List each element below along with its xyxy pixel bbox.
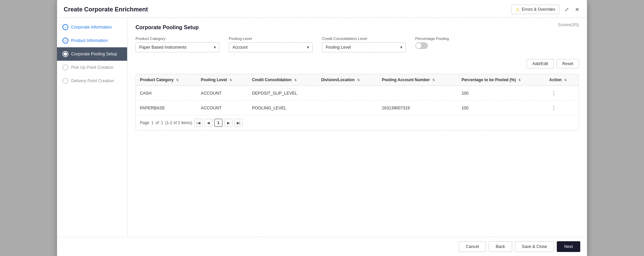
modal-footer: Cancel Back Save & Close Next bbox=[57, 237, 587, 256]
cell-product-category-0: CASH bbox=[136, 86, 197, 101]
sidebar-item-product-information[interactable]: ✓ Product Information bbox=[57, 34, 127, 47]
sort-icon-product-category[interactable]: ⇅ bbox=[176, 79, 179, 82]
sidebar-item-pick-up-point-creation[interactable]: Pick Up Point Creation bbox=[57, 61, 127, 74]
header-right: ⚠ Errors & Overrides ⤢ ✕ bbox=[511, 5, 580, 14]
modal: Create Corporate Enrichment ⚠ Errors & O… bbox=[57, 0, 587, 256]
cell-percentage-pooled-1: 100 bbox=[458, 101, 545, 115]
sidebar-label-delivery-point-creation: Delivery Point Creation bbox=[71, 79, 114, 83]
of-label: of bbox=[156, 120, 159, 125]
sidebar-label-product-information: Product Information bbox=[71, 38, 108, 43]
percentage-pooling-label: Percentage Pooling bbox=[415, 37, 449, 41]
cancel-button[interactable]: Cancel bbox=[459, 241, 486, 252]
col-header-division-location: Division/Location ⇅ bbox=[317, 74, 378, 86]
warning-icon: ⚠ bbox=[516, 7, 520, 12]
items-label: (1-2 of 2 items) bbox=[165, 120, 192, 125]
table-container: Product Category ⇅ Pooling Level ⇅ Credi… bbox=[136, 74, 579, 131]
credit-consolidation-select[interactable]: Pooling Level Account Level bbox=[322, 42, 406, 52]
sort-icon-action[interactable]: ⇅ bbox=[564, 79, 567, 82]
col-header-pooling-level: Pooling Level ⇅ bbox=[197, 74, 248, 86]
actions-row: Add/Edit Reset bbox=[136, 59, 579, 68]
toggle-thumb bbox=[416, 43, 421, 48]
product-category-field: Product Category Paper Based Instruments… bbox=[136, 37, 219, 52]
errors-overrides-button[interactable]: ⚠ Errors & Overrides bbox=[511, 5, 559, 14]
credit-consolidation-field: Credit Consolidation Level Pooling Level… bbox=[322, 37, 406, 52]
sort-icon-pooling-level[interactable]: ⇅ bbox=[229, 79, 232, 82]
sidebar-label-pick-up-point-creation: Pick Up Point Creation bbox=[71, 65, 113, 70]
table-row: CASH ACCOUNT DEPOSIT_SLIP_LEVEL 100 ⋮ bbox=[136, 86, 579, 101]
sort-icon-percentage-pooled[interactable]: ⇅ bbox=[518, 79, 521, 82]
modal-title: Create Corporate Enrichment bbox=[64, 6, 148, 13]
cell-percentage-pooled-0: 100 bbox=[458, 86, 545, 101]
current-page-box: 1 bbox=[214, 119, 222, 127]
pooling-level-label: Pooling Level bbox=[229, 37, 313, 41]
product-category-select-wrapper: Paper Based Instruments Cash ▼ bbox=[136, 42, 219, 52]
add-edit-button[interactable]: Add/Edit bbox=[527, 59, 554, 68]
current-page-value: 1 bbox=[151, 120, 154, 125]
next-page-button[interactable]: ▶ bbox=[224, 119, 232, 127]
table-body: CASH ACCOUNT DEPOSIT_SLIP_LEVEL 100 ⋮ PA… bbox=[136, 86, 579, 115]
step-icon-delivery bbox=[62, 78, 68, 84]
cell-division-location-1 bbox=[317, 101, 378, 115]
sort-icon-pooling-account-number[interactable]: ⇅ bbox=[432, 79, 435, 82]
modal-header: Create Corporate Enrichment ⚠ Errors & O… bbox=[57, 0, 587, 18]
main-content: Screen(3/5) Corporate Pooling Setup Prod… bbox=[127, 18, 587, 237]
form-row: Product Category Paper Based Instruments… bbox=[136, 37, 579, 52]
cell-action-0: ⋮ bbox=[545, 86, 579, 101]
action-menu-button-1[interactable]: ⋮ bbox=[549, 104, 558, 112]
modal-body: ✓ Corporate Information ✓ Product Inform… bbox=[57, 18, 587, 237]
credit-consolidation-label: Credit Consolidation Level bbox=[322, 37, 406, 41]
sort-icon-credit-consolidation[interactable]: ⇅ bbox=[294, 79, 297, 82]
step-icon-pickup bbox=[62, 64, 68, 70]
prev-page-button[interactable]: ◀ bbox=[204, 119, 212, 127]
screen-label: Screen(3/5) bbox=[558, 22, 579, 27]
pooling-table: Product Category ⇅ Pooling Level ⇅ Credi… bbox=[136, 74, 579, 115]
cell-pooling-level-1: ACCOUNT bbox=[197, 101, 248, 115]
modal-overlay: Create Corporate Enrichment ⚠ Errors & O… bbox=[0, 0, 644, 256]
col-header-product-category: Product Category ⇅ bbox=[136, 74, 197, 86]
cell-division-location-0 bbox=[317, 86, 378, 101]
col-header-credit-consolidation: Credit Consolidation ⇅ bbox=[248, 74, 317, 86]
pooling-level-select-wrapper: Account Division Location ▼ bbox=[229, 42, 313, 52]
total-pages-value: 1 bbox=[161, 120, 163, 125]
percentage-pooling-toggle[interactable] bbox=[415, 42, 428, 49]
action-menu-button-0[interactable]: ⋮ bbox=[549, 89, 558, 97]
save-close-button[interactable]: Save & Close bbox=[515, 241, 554, 252]
table-row: PAPERBASE ACCOUNT POOLING_LEVEL 16313900… bbox=[136, 101, 579, 115]
cell-product-category-1: PAPERBASE bbox=[136, 101, 197, 115]
page-label: Page bbox=[140, 120, 149, 125]
sort-icon-division-location[interactable]: ⇅ bbox=[357, 79, 360, 82]
sidebar: ✓ Corporate Information ✓ Product Inform… bbox=[57, 18, 127, 237]
step-icon-corporate: ✓ bbox=[62, 24, 68, 30]
last-page-button[interactable]: ▶| bbox=[234, 119, 243, 127]
step-icon-pooling bbox=[62, 51, 68, 57]
first-page-button[interactable]: |◀ bbox=[194, 119, 202, 127]
sidebar-item-delivery-point-creation[interactable]: Delivery Point Creation bbox=[57, 74, 127, 88]
pagination: Page 1 of 1 (1-2 of 2 items) |◀ ◀ 1 ▶ ▶| bbox=[136, 115, 579, 130]
step-icon-product: ✓ bbox=[62, 38, 68, 44]
next-button[interactable]: Next bbox=[557, 241, 580, 252]
cell-pooling-level-0: ACCOUNT bbox=[197, 86, 248, 101]
sidebar-label-corporate-pooling-setup: Corporate Pooling Setup bbox=[71, 52, 117, 56]
sidebar-item-corporate-information[interactable]: ✓ Corporate Information bbox=[57, 20, 127, 34]
errors-overrides-label: Errors & Overrides bbox=[522, 7, 555, 12]
section-title: Corporate Pooling Setup bbox=[136, 24, 579, 31]
col-header-percentage-pooled: Percentage to be Pooled (%) ⇅ bbox=[458, 74, 545, 86]
cell-pooling-account-number-0 bbox=[378, 86, 458, 101]
col-header-action: Action ⇅ bbox=[545, 74, 579, 86]
back-button[interactable]: Back bbox=[489, 241, 512, 252]
col-header-pooling-account-number: Pooling Account Number ⇅ bbox=[378, 74, 458, 86]
product-category-label: Product Category bbox=[136, 37, 219, 41]
sidebar-item-corporate-pooling-setup[interactable]: Corporate Pooling Setup bbox=[57, 47, 127, 61]
table-header-row: Product Category ⇅ Pooling Level ⇅ Credi… bbox=[136, 74, 579, 86]
maximize-button[interactable]: ⤢ bbox=[564, 5, 570, 14]
cell-action-1: ⋮ bbox=[545, 101, 579, 115]
cell-credit-consolidation-1: POOLING_LEVEL bbox=[248, 101, 317, 115]
cell-credit-consolidation-0: DEPOSIT_SLIP_LEVEL bbox=[248, 86, 317, 101]
pooling-level-select[interactable]: Account Division Location bbox=[229, 42, 313, 52]
percentage-pooling-field: Percentage Pooling bbox=[415, 37, 449, 49]
sidebar-label-corporate-information: Corporate Information bbox=[71, 25, 112, 30]
product-category-select[interactable]: Paper Based Instruments Cash bbox=[136, 42, 219, 52]
pooling-level-field: Pooling Level Account Division Location … bbox=[229, 37, 313, 52]
close-button[interactable]: ✕ bbox=[574, 5, 580, 14]
reset-button[interactable]: Reset bbox=[556, 59, 579, 68]
